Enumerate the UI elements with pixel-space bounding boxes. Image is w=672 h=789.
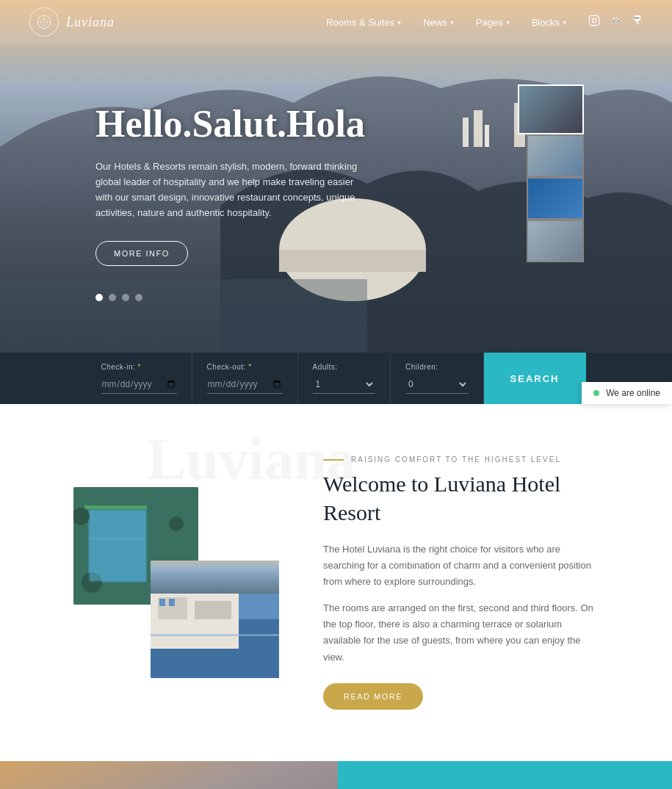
search-button[interactable]: SEARCH	[484, 353, 586, 404]
foursquare-icon[interactable]	[632, 15, 643, 29]
chevron-down-icon: ▾	[397, 18, 401, 26]
svg-rect-43	[0, 761, 338, 789]
svg-point-5	[592, 18, 596, 22]
hero-thumb-1[interactable]	[518, 84, 584, 134]
children-select[interactable]: 0 1 2	[405, 375, 469, 394]
svg-rect-30	[90, 511, 145, 581]
instagram-icon[interactable]	[588, 15, 600, 29]
svg-point-27	[169, 516, 184, 531]
welcome-image-2	[151, 561, 279, 678]
welcome-tag: RAISING COMFORT TO THE HIGHEST LEVEL	[323, 455, 599, 464]
logo-text: Luviana	[66, 15, 115, 30]
svg-rect-4	[589, 15, 599, 25]
checkout-field: Check-out: *	[192, 353, 298, 404]
chevron-down-icon: ▾	[450, 18, 454, 26]
checkout-input[interactable]	[207, 375, 283, 394]
booking-fields: Check-in: * Check-out: * Adults: 1 2 3 4	[87, 353, 484, 404]
hero-dot-2[interactable]	[109, 294, 116, 301]
amenities-content: Our Amenities The hotel is arranged on t…	[338, 761, 672, 789]
hero-cta-button[interactable]: MORE INFO	[95, 241, 188, 266]
hero-dot-4[interactable]	[135, 294, 142, 301]
svg-point-6	[596, 18, 597, 18]
nav-social	[588, 15, 643, 29]
hero-content: Hello.Salut.Hola Our Hotels & Resorts re…	[95, 103, 365, 266]
hero-dot-3[interactable]	[122, 294, 129, 301]
adults-field: Adults: 1 2 3 4	[298, 353, 391, 404]
svg-rect-36	[195, 601, 231, 619]
hero-dot-1[interactable]	[95, 294, 103, 301]
svg-rect-37	[159, 599, 165, 606]
svg-point-9	[613, 21, 615, 22]
amenities-section: Our Amenities The hotel is arranged on t…	[0, 761, 672, 789]
live-chat-widget[interactable]: We are online	[582, 382, 672, 404]
checkin-field: Check-in: *	[87, 353, 192, 404]
adults-label: Adults:	[313, 363, 376, 371]
hero-thumb-3[interactable]	[527, 177, 584, 220]
hero-dots	[95, 294, 142, 301]
children-label: Children:	[405, 363, 469, 371]
chevron-down-icon: ▾	[563, 18, 566, 26]
booking-bar-wrapper: Check-in: * Check-out: * Adults: 1 2 3 4	[0, 353, 672, 404]
children-field: Children: 0 1 2	[391, 353, 484, 404]
welcome-para-1: The Hotel Luviana is the right choice fo…	[323, 541, 599, 590]
nav-item-news[interactable]: News ▾	[423, 17, 454, 28]
navbar: Luviana Rooms & Suites ▾ News ▾ Pages ▾ …	[0, 0, 672, 44]
svg-rect-38	[169, 599, 175, 606]
logo-icon	[29, 7, 59, 37]
checkin-label: Check-in: *	[101, 363, 177, 371]
welcome-title: Welcome to Luviana Hotel Resort	[323, 469, 599, 527]
hero-description: Our Hotels & Resorts remain stylish, mod…	[95, 159, 360, 220]
svg-rect-39	[151, 634, 279, 636]
booking-bar: Check-in: * Check-out: * Adults: 1 2 3 4	[87, 353, 586, 404]
nav-item-rooms[interactable]: Rooms & Suites ▾	[326, 17, 401, 28]
read-more-button[interactable]: READ MORE	[323, 683, 423, 710]
live-chat-label: We are online	[606, 388, 660, 398]
online-indicator	[593, 390, 599, 396]
welcome-para-2: The rooms are arranged on the first, sec…	[323, 600, 599, 665]
checkout-label: Check-out: *	[207, 363, 283, 371]
nav-item-blocks[interactable]: Blocks ▾	[532, 17, 566, 28]
hero-thumbnails	[527, 84, 584, 262]
hero-title: Hello.Salut.Hola	[95, 103, 365, 145]
svg-point-10	[618, 21, 619, 22]
svg-rect-41	[151, 561, 279, 594]
adults-select[interactable]: 1 2 3 4	[313, 375, 376, 394]
logo[interactable]: Luviana	[29, 7, 115, 37]
chevron-down-icon: ▾	[506, 18, 510, 26]
hero-thumb-4[interactable]	[527, 220, 584, 262]
checkin-input[interactable]	[101, 375, 177, 394]
hero-thumb-2[interactable]	[527, 134, 584, 177]
welcome-text: RAISING COMFORT TO THE HIGHEST LEVEL Wel…	[323, 455, 599, 710]
svg-rect-25	[84, 505, 147, 509]
nav-links: Rooms & Suites ▾ News ▾ Pages ▾ Blocks ▾	[326, 17, 566, 28]
amenities-image	[0, 761, 338, 789]
hero-section: Hello.Salut.Hola Our Hotels & Resorts re…	[0, 0, 672, 353]
nav-item-pages[interactable]: Pages ▾	[476, 17, 510, 28]
welcome-images	[73, 487, 279, 678]
welcome-section: Luviana	[0, 404, 672, 761]
tripadvisor-icon[interactable]	[610, 15, 622, 29]
